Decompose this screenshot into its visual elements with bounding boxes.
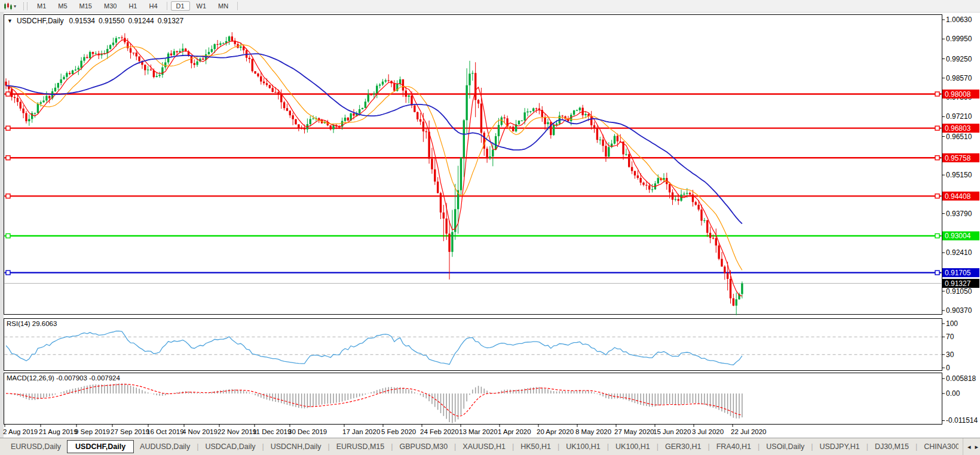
date-axis-label: 15 Jun 2020: [653, 428, 691, 435]
chart-tab-usdjpy-h1[interactable]: USDJPY,H1: [813, 441, 865, 453]
candle-body: [431, 159, 433, 170]
chart-tab-eurusd-daily[interactable]: EURUSD,Daily: [5, 441, 67, 453]
date-axis-label: 4 Nov 2019: [182, 428, 218, 435]
tabs-scroll-right-icon[interactable]: ▸: [975, 443, 978, 451]
chart-tab-eurusd-m15[interactable]: EURUSD,M15: [330, 441, 391, 453]
chart-tab-usdcnh-daily[interactable]: USDCNH,Daily: [265, 441, 327, 453]
chart-tab-bar: EURUSD,DailyUSDCHF,DailyAUDUSD,Daily|USD…: [0, 438, 980, 455]
candle-body: [228, 36, 230, 41]
candle-body: [501, 118, 503, 125]
candle-body: [672, 192, 673, 199]
candle-body: [330, 125, 332, 130]
candle-body: [562, 116, 564, 116]
chart-tab-dj30-m15[interactable]: DJ30,M15: [869, 441, 915, 453]
chart-tab-xauusd-h1[interactable]: XAUUSD,H1: [457, 441, 512, 453]
chart-tab-china300-h4[interactable]: CHINA300,H4: [918, 441, 958, 453]
timeframe-button-d1[interactable]: D1: [171, 1, 190, 11]
chart-tab-uk100-h1[interactable]: UK100,H1: [610, 441, 656, 453]
line-handle[interactable]: [6, 156, 10, 160]
candle-body: [492, 150, 494, 156]
candle-body: [22, 109, 24, 113]
price-axis[interactable]: 1.006300.999500.992500.985700.978900.972…: [942, 16, 980, 315]
toolbar-separator: [167, 2, 167, 10]
symbol-dropdown-icon[interactable]: ▼: [7, 18, 13, 24]
candle-body: [416, 112, 418, 119]
chart-tab-ger30-h1[interactable]: GER30,H1: [659, 441, 707, 453]
candle-body: [573, 110, 575, 115]
candle-body: [194, 63, 195, 65]
candle-body: [495, 136, 497, 150]
candle-body: [518, 121, 520, 124]
line-handle[interactable]: [6, 233, 10, 238]
line-handle[interactable]: [935, 156, 939, 160]
candle-body: [72, 70, 74, 74]
candle-body: [628, 154, 630, 167]
line-handle[interactable]: [935, 194, 939, 198]
macd-signal-value: -0.007924: [89, 374, 120, 382]
line-handle[interactable]: [6, 92, 10, 96]
candle-body: [703, 220, 705, 221]
line-handle[interactable]: [6, 194, 10, 198]
candle-body: [69, 73, 71, 74]
timeframe-button-m1[interactable]: M1: [32, 1, 51, 11]
line-handle[interactable]: [935, 270, 939, 275]
candle-body: [448, 233, 450, 252]
macd-axis-label: -0.011514: [946, 416, 978, 425]
line-handle[interactable]: [6, 126, 10, 130]
candle-body: [118, 38, 120, 38]
candle-body: [269, 85, 271, 88]
tabs-scroll-left-icon[interactable]: ◂: [967, 443, 971, 451]
line-handle[interactable]: [6, 270, 10, 275]
candle-body: [675, 199, 676, 199]
candle-body: [144, 65, 146, 70]
candle-body: [521, 121, 523, 121]
timeframe-button-mn[interactable]: MN: [213, 1, 234, 11]
timeframe-button-m15[interactable]: M15: [74, 1, 97, 11]
chart-tab-usoil-daily[interactable]: USOil,Daily: [760, 441, 810, 453]
tab-scroll-controls: ◂ ▸: [963, 438, 978, 455]
candle-body: [593, 125, 595, 128]
candle-body: [182, 48, 183, 51]
chart-tab-gbpusd-m30[interactable]: GBPUSD,M30: [394, 441, 454, 453]
candle-body: [736, 299, 737, 306]
candle-body: [362, 108, 363, 109]
candle-body: [724, 266, 725, 273]
date-axis-label: 27 May 2020: [614, 428, 654, 435]
candle-body: [57, 83, 59, 88]
candle-body: [700, 210, 702, 221]
date-axis-label: 20 Apr 2020: [537, 428, 574, 435]
candle-body: [451, 232, 453, 252]
tab-separator: |: [607, 442, 609, 451]
rsi-panel[interactable]: [4, 319, 942, 371]
new-chart-button[interactable]: ▾: [1, 2, 19, 11]
chart-tab-uk100-h1[interactable]: UK100,H1: [560, 441, 607, 453]
chart-tab-audusd-daily[interactable]: AUDUSD,Daily: [134, 441, 196, 453]
chart-title: ▼ USDCHF,Daily 0.91534 0.91550 0.91244 0…: [7, 17, 187, 25]
chart-tab-usdchf-daily[interactable]: USDCHF,Daily: [67, 440, 134, 453]
line-handle[interactable]: [935, 233, 939, 238]
price-panel[interactable]: [4, 15, 942, 315]
chart-tab-usdcad-daily[interactable]: USDCAD,Daily: [199, 441, 261, 453]
timeframe-button-h4[interactable]: H4: [143, 1, 163, 11]
candle-body: [272, 88, 274, 92]
toolbar-grip[interactable]: [23, 2, 27, 10]
macd-panel[interactable]: [4, 373, 942, 425]
candle-body: [25, 113, 27, 121]
chart-tab-fra40-h1[interactable]: FRA40,H1: [710, 441, 757, 453]
timeframe-button-m5[interactable]: M5: [53, 1, 72, 11]
timeframe-button-h1[interactable]: H1: [123, 1, 142, 11]
macd-main-value: -0.007903: [56, 374, 87, 382]
candle-body: [66, 73, 68, 76]
candle-body: [130, 48, 131, 53]
rsi-axis-label: 0: [946, 364, 950, 372]
timeframe-button-m30[interactable]: M30: [99, 1, 122, 11]
candle-body: [112, 42, 114, 45]
date-axis[interactable]: 2 Aug 201921 Aug 20199 Sep 201927 Sep 20…: [3, 425, 766, 436]
line-handle[interactable]: [935, 126, 939, 130]
line-handle[interactable]: [935, 92, 939, 96]
candle-body: [590, 116, 592, 125]
chart-tab-hk50-h1[interactable]: HK50,H1: [514, 441, 557, 453]
candle-body: [686, 193, 688, 193]
candle-body: [579, 107, 581, 110]
timeframe-button-w1[interactable]: W1: [191, 1, 212, 11]
